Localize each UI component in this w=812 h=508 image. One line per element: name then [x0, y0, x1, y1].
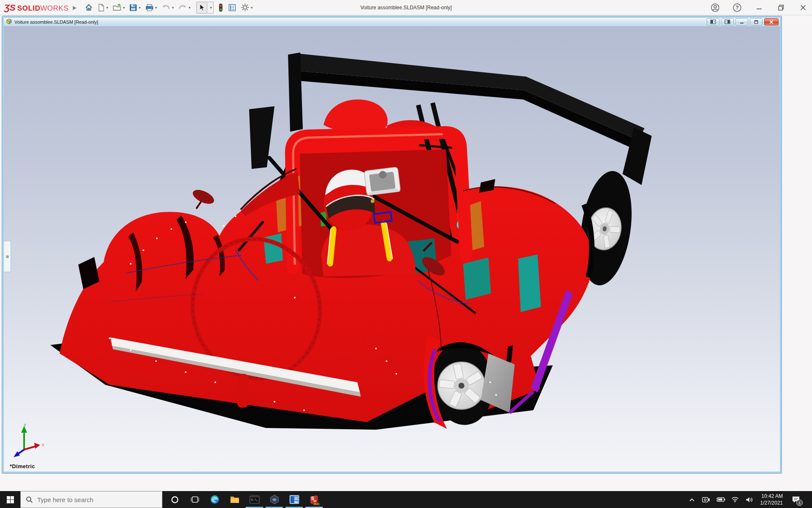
close-button[interactable]	[798, 2, 809, 13]
edge-icon	[210, 494, 220, 505]
taskbar-app-photos[interactable]	[284, 491, 304, 508]
document-minimize-button[interactable]	[735, 18, 748, 25]
options-button[interactable]: ▾	[239, 1, 254, 14]
select-dropdown-caret: ▾	[210, 6, 212, 10]
document-titlebar[interactable]: Voiture assomblee.SLDASM [Read-only]	[4, 18, 780, 27]
select-dropdown[interactable]: ▾	[207, 2, 214, 14]
open-button[interactable]: ▾	[111, 1, 126, 14]
cortana-icon	[171, 496, 179, 504]
document-close-button[interactable]	[764, 18, 779, 25]
new-document-icon	[97, 3, 105, 12]
meet-now-button[interactable]	[701, 491, 711, 508]
svg-text:x: x	[42, 442, 44, 447]
solidworks-logo: ƷS SOLID WORKS	[4, 3, 69, 13]
toolbar-flyout-arrow[interactable]: ▶	[73, 5, 77, 11]
speaker-icon	[746, 497, 753, 503]
help-button[interactable]: ?	[732, 2, 743, 13]
print-icon	[145, 3, 154, 12]
document-title: Voiture assomblee.SLDASM [Read-only]	[14, 19, 98, 25]
redo-dropdown[interactable]: ▾	[189, 6, 191, 10]
svg-text:C:\_: C:\_	[251, 498, 259, 502]
undo-button[interactable]: ▾	[160, 1, 175, 14]
solidworks-app-icon: S W 2021	[309, 494, 319, 505]
orientation-triad: y x	[10, 422, 49, 461]
flyout-handle-dot	[6, 255, 9, 258]
taskbar-clock[interactable]: 10:42 AM 1/27/2021	[759, 493, 785, 506]
save-floppy-icon	[129, 3, 137, 12]
search-input[interactable]	[36, 496, 146, 504]
race-car-model	[4, 27, 780, 472]
volume-status[interactable]	[744, 491, 754, 508]
account-button[interactable]	[710, 2, 721, 13]
home-button[interactable]	[83, 1, 94, 14]
minimize-button[interactable]	[754, 2, 765, 13]
search-icon	[26, 496, 33, 503]
windows-logo-icon	[7, 496, 14, 503]
tray-expand-button[interactable]	[687, 491, 697, 508]
new-document-dropdown[interactable]: ▾	[106, 6, 108, 10]
new-document-button[interactable]: ▾	[96, 1, 110, 14]
clock-time: 10:42 AM	[760, 493, 783, 500]
meet-now-icon	[702, 497, 710, 503]
feature-tree-flyout-handle[interactable]	[4, 241, 11, 272]
save-button[interactable]: ▾	[128, 1, 142, 14]
print-dropdown[interactable]: ▾	[155, 6, 157, 10]
redo-button[interactable]: ▾	[177, 1, 192, 14]
solidworks-year-label: 2021	[313, 502, 319, 505]
wifi-icon	[731, 497, 739, 502]
battery-status[interactable]	[716, 491, 726, 508]
gear-icon	[241, 3, 250, 12]
app-titlebar: ƷS SOLID WORKS ▶ ▾ ▾ ▾ ▾ ▾ ▾ ▾ ▾	[0, 0, 812, 15]
stoplight-icon	[218, 3, 224, 12]
taskbar-app-solidworks[interactable]: S W 2021	[304, 491, 324, 508]
dassault-logo-glyph: ƷS	[4, 3, 16, 13]
undo-icon	[161, 3, 170, 12]
windows-taskbar: C:\_ S W 2021	[0, 491, 812, 508]
hexagon-app-icon	[269, 494, 280, 505]
selection-stoplight-button[interactable]	[217, 1, 225, 14]
action-center-button[interactable]: 1	[789, 491, 803, 508]
battery-charging-icon	[716, 497, 725, 502]
task-view-button[interactable]	[185, 491, 205, 508]
wifi-status[interactable]	[730, 491, 740, 508]
print-button[interactable]: ▾	[144, 1, 159, 14]
chevron-up-icon	[689, 498, 695, 502]
tile-left-button[interactable]	[707, 18, 719, 25]
taskbar-app-terminal[interactable]: C:\_	[244, 491, 264, 508]
mdi-background: Voiture assomblee.SLDASM [Read-only]	[0, 15, 812, 491]
notification-badge: 1	[796, 500, 803, 506]
view-orientation-label: *Dimetric	[10, 463, 35, 469]
taskbar-search[interactable]	[20, 491, 162, 508]
tile-right-button[interactable]	[721, 18, 734, 25]
clock-date: 1/27/2021	[760, 500, 783, 506]
save-dropdown[interactable]: ▾	[139, 6, 141, 10]
document-window: Voiture assomblee.SLDASM [Read-only]	[2, 16, 782, 473]
restore-button[interactable]	[776, 2, 787, 13]
open-dropdown[interactable]: ▾	[123, 6, 125, 10]
taskbar-app-edge[interactable]	[205, 491, 225, 508]
open-folder-icon	[112, 3, 122, 12]
assembly-icon	[6, 18, 12, 26]
svg-text:y: y	[24, 422, 26, 427]
svg-text:?: ?	[735, 5, 738, 11]
task-list-button[interactable]	[227, 1, 238, 14]
cortana-button[interactable]	[165, 491, 185, 508]
options-dropdown[interactable]: ▾	[251, 6, 253, 10]
file-explorer-icon	[230, 495, 240, 504]
taskbar-app-hexagon[interactable]	[264, 491, 284, 508]
select-tool[interactable]: ▾	[195, 1, 215, 14]
undo-dropdown[interactable]: ▾	[172, 6, 174, 10]
document-restore-button[interactable]	[750, 18, 763, 25]
select-arrow-icon[interactable]	[196, 2, 207, 14]
task-view-icon	[191, 496, 199, 503]
app-window-title: Voiture assomblee.SLDASM [Read-only]	[360, 5, 452, 11]
redo-icon	[178, 3, 187, 12]
home-icon	[85, 3, 93, 12]
start-button[interactable]	[0, 491, 20, 508]
terminal-icon: C:\_	[250, 495, 260, 504]
task-list-icon	[228, 3, 236, 12]
photos-app-icon	[289, 495, 299, 504]
taskbar-app-file-explorer[interactable]	[225, 491, 244, 508]
graphics-viewport[interactable]: y x *Dimetric	[4, 27, 780, 472]
